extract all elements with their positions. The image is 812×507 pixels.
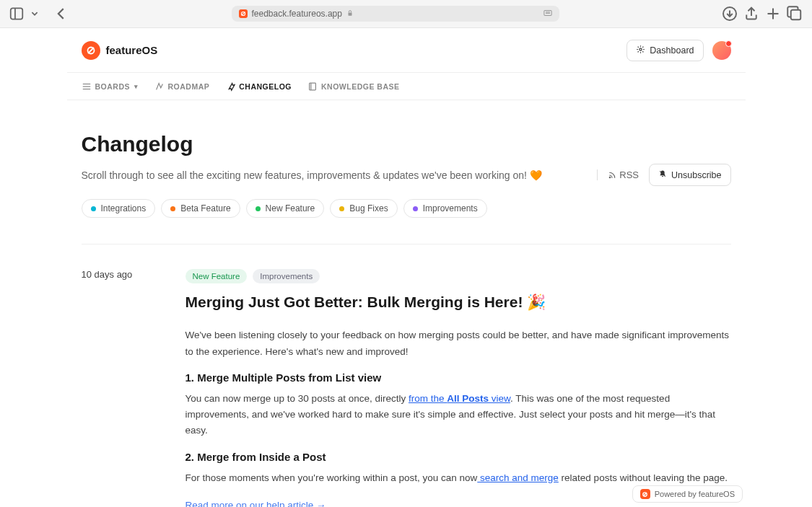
filter-chip[interactable]: Bug Fixes [330,199,397,218]
entry-content: We've been listening closely to your fee… [185,327,731,507]
site-header: featureOS Dashboard [67,28,746,73]
svg-rect-12 [791,10,801,20]
powered-by-badge[interactable]: Powered by featureOS [632,485,743,503]
entry-date: 10 days ago [82,269,157,507]
url-bar[interactable]: feedback.featureos.app [232,6,559,22]
bell-off-icon [658,169,667,180]
main-content: Changelog Scroll through to see all the … [67,100,746,507]
dashboard-button[interactable]: Dashboard [627,40,703,61]
svg-point-21 [610,177,611,178]
entry-intro: We've been listening closely to your fee… [185,327,731,360]
nav-tabs: BOARDS ▾ ROADMAP CHANGELOG KNOWLEDGE BAS… [67,73,746,100]
dot-icon [256,206,261,211]
tag-improvements[interactable]: Improvements [253,269,320,283]
entry-paragraph-1: You can now merge up to 30 posts at once… [185,391,731,439]
search-merge-link[interactable]: search and merge [477,472,559,483]
tab-boards[interactable]: BOARDS ▾ [82,81,139,92]
page-subtitle: Scroll through to see all the exciting n… [82,169,586,181]
changelog-entry: 10 days ago New Feature Improvements Mer… [82,269,731,507]
filter-chip[interactable]: Integrations [82,199,156,218]
all-posts-link[interactable]: from the All Posts view [409,393,510,404]
featureos-logo-icon [640,489,650,499]
filter-chip-label: Integrations [101,203,147,213]
brand[interactable]: featureOS [82,41,158,60]
gear-icon [636,45,645,56]
entry-heading-2: 2. Merge from Inside a Post [185,451,731,463]
svg-rect-19 [310,83,316,90]
sidebar-toggle-icon[interactable] [9,6,25,22]
site-header-wrapper: featureOS Dashboard BOARDS ▾ ROADMAP CHA… [0,28,812,100]
url-text: feedback.featureos.app [252,9,342,19]
tabs-icon[interactable] [786,5,803,22]
svg-rect-0 [11,8,23,19]
dot-icon [91,206,96,211]
filter-chip[interactable]: New Feature [246,199,325,218]
brand-logo-icon [82,41,100,60]
dot-icon [339,206,344,211]
svg-rect-4 [348,13,352,16]
avatar[interactable] [712,41,731,60]
downloads-icon[interactable] [721,5,738,22]
tab-changelog[interactable]: CHANGELOG [225,81,292,92]
filter-chip-label: Bug Fixes [349,203,388,213]
filter-chip[interactable]: Improvements [403,199,487,218]
entry-title[interactable]: Merging Just Got Better: Bulk Merging is… [185,292,731,312]
dashboard-label: Dashboard [650,45,694,56]
lock-icon [346,9,354,19]
help-article-link[interactable]: Read more on our help article → [185,500,326,507]
dot-icon [413,206,418,211]
entry-paragraph-2: For those moments when you're working wi… [185,470,731,486]
filter-chip-label: Improvements [423,203,478,213]
share-icon[interactable] [743,5,760,22]
filter-chip-label: Beta Feature [180,203,230,213]
chevron-down-icon: ▾ [134,83,139,90]
entry-heading-1: 1. Merge Multiple Posts from List view [185,371,731,384]
divider [82,244,731,244]
chevron-down-icon[interactable] [30,6,39,22]
new-tab-icon[interactable] [764,5,782,22]
rss-link[interactable]: RSS [597,169,639,180]
filter-chip[interactable]: Beta Feature [161,199,240,218]
back-icon[interactable] [53,6,69,22]
tag-new-feature[interactable]: New Feature [185,269,248,283]
tab-roadmap[interactable]: ROADMAP [154,81,210,92]
filter-chips: IntegrationsBeta FeatureNew FeatureBug F… [82,199,731,218]
brand-name: featureOS [106,44,158,56]
browser-toolbar: feedback.featureos.app [0,0,812,28]
unsubscribe-button[interactable]: Unsubscribe [649,164,730,186]
site-favicon [239,9,248,18]
dot-icon [170,206,175,211]
tab-knowledge-base[interactable]: KNOWLEDGE BASE [307,81,400,92]
filter-chip-label: New Feature [266,203,315,213]
svg-point-15 [639,48,642,50]
page-title: Changelog [82,132,731,156]
reader-icon[interactable] [543,9,552,19]
